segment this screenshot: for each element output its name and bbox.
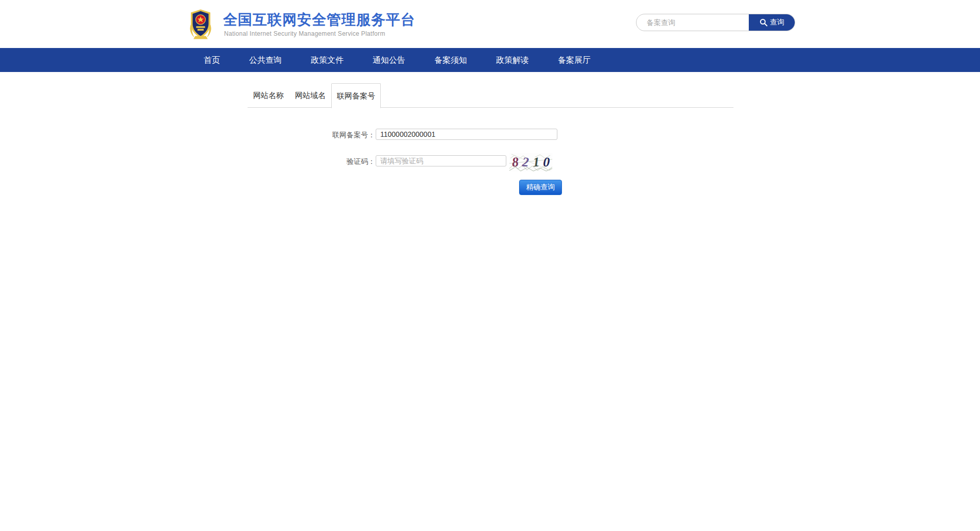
search-button[interactable]: 查询: [749, 14, 795, 31]
captcha-digit: 1: [532, 156, 540, 170]
exact-query-button[interactable]: 精确查询: [519, 180, 562, 195]
header-search: 查询: [636, 14, 795, 31]
search-icon: [760, 18, 768, 27]
nav-items: 首页 公共查询 政策文件 通知公告 备案须知 政策解读 备案展厅: [204, 48, 591, 72]
captcha-digit: 8: [511, 155, 519, 169]
captcha-digit: 0: [543, 156, 550, 169]
filing-number-input[interactable]: [376, 129, 557, 140]
search-button-label: 查询: [770, 18, 785, 27]
filing-number-label: 联网备案号：: [248, 129, 375, 140]
nav-item-public-query[interactable]: 公共查询: [249, 48, 282, 72]
tab-website-name[interactable]: 网站名称: [248, 83, 289, 107]
site-subtitle: National Internet Security Management Se…: [224, 30, 385, 37]
nav-item-filing-instructions[interactable]: 备案须知: [434, 48, 467, 72]
captcha-input[interactable]: [376, 155, 506, 166]
nav-item-home[interactable]: 首页: [204, 48, 220, 72]
nav-item-notices[interactable]: 通知公告: [373, 48, 405, 72]
tab-filing-number[interactable]: 联网备案号: [331, 83, 381, 108]
header: 全国互联网安全管理服务平台 National Internet Security…: [0, 0, 980, 48]
captcha-image[interactable]: 8 2 1 0: [509, 153, 552, 172]
nav-item-policy-documents[interactable]: 政策文件: [311, 48, 344, 72]
site-title: 全国互联网安全管理服务平台: [223, 10, 415, 30]
search-input[interactable]: [636, 14, 749, 31]
query-tabs: 网站名称 网站域名 联网备案号: [248, 83, 733, 108]
captcha-digits: 8 2 1 0: [509, 153, 552, 172]
nav-item-filing-hall[interactable]: 备案展厅: [558, 48, 591, 72]
captcha-label: 验证码：: [248, 156, 375, 167]
nav-item-policy-interpretation[interactable]: 政策解读: [496, 48, 529, 72]
captcha-digit: 2: [522, 156, 529, 170]
tab-website-domain[interactable]: 网站域名: [289, 83, 331, 107]
main-navbar: 首页 公共查询 政策文件 通知公告 备案须知 政策解读 备案展厅: [0, 48, 980, 72]
police-badge-logo: [187, 6, 214, 42]
page: 全国互联网安全管理服务平台 National Internet Security…: [0, 0, 980, 531]
